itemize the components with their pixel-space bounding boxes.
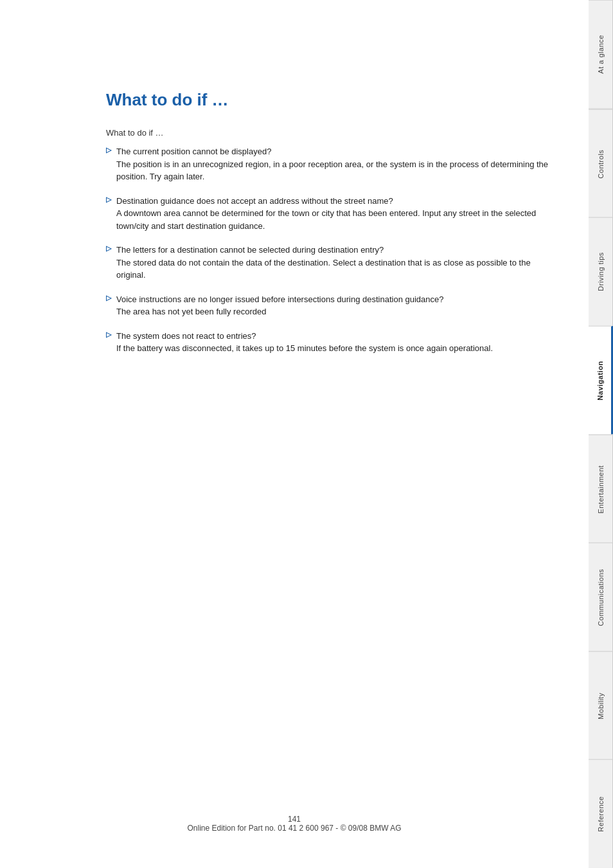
arrow-icon: ▷ xyxy=(106,195,111,204)
item-content-4: The system does not react to entries? If… xyxy=(116,330,550,355)
list-item: ▷ Destination guidance does not accept a… xyxy=(106,195,550,233)
item-content-3: Voice instructions are no longer issued … xyxy=(116,293,550,318)
arrow-icon: ▷ xyxy=(106,146,111,154)
item-content-1: Destination guidance does not accept an … xyxy=(116,195,550,233)
item-answer-4: If the battery was disconnected, it take… xyxy=(116,343,493,353)
sidebar: At a glanceControlsDriving tipsNavigatio… xyxy=(589,0,613,868)
sidebar-tab-communications[interactable]: Communications xyxy=(589,543,613,651)
item-answer-0: The position is in an unrecognized regio… xyxy=(116,159,548,182)
sidebar-tab-mobility[interactable]: Mobility xyxy=(589,651,613,760)
sidebar-tab-navigation[interactable]: Navigation xyxy=(589,326,613,435)
footer-copyright: Online Edition for Part no. 01 41 2 600 … xyxy=(0,824,589,833)
item-question-3: Voice instructions are no longer issued … xyxy=(116,294,444,304)
item-question-1: Destination guidance does not accept an … xyxy=(116,196,393,206)
arrow-icon: ▷ xyxy=(106,244,111,253)
sidebar-tab-at-a-glance[interactable]: At a glance xyxy=(589,0,613,109)
list-item: ▷ The current position cannot be display… xyxy=(106,145,550,183)
item-list: ▷ The current position cannot be display… xyxy=(106,145,550,355)
subtitle: What to do if … xyxy=(106,128,550,138)
list-item: ▷ The system does not react to entries? … xyxy=(106,330,550,355)
arrow-icon: ▷ xyxy=(106,294,111,302)
item-answer-3: The area has not yet been fully recorded xyxy=(116,307,266,316)
item-question-2: The letters for a destination cannot be … xyxy=(116,245,384,255)
arrow-icon: ▷ xyxy=(106,330,111,339)
item-answer-2: The stored data do not contain the data … xyxy=(116,258,531,280)
sidebar-tab-controls[interactable]: Controls xyxy=(589,109,613,218)
sidebar-tab-entertainment[interactable]: Entertainment xyxy=(589,435,613,543)
item-answer-1: A downtown area cannot be determined for… xyxy=(116,208,536,231)
footer-page-number: 141 xyxy=(0,815,589,824)
sidebar-tab-driving-tips[interactable]: Driving tips xyxy=(589,217,613,326)
item-question-4: The system does not react to entries? xyxy=(116,331,256,341)
list-item: ▷ Voice instructions are no longer issue… xyxy=(106,293,550,318)
page-container: What to do if … What to do if … ▷ The cu… xyxy=(0,0,613,868)
list-item: ▷ The letters for a destination cannot b… xyxy=(106,244,550,282)
item-content-0: The current position cannot be displayed… xyxy=(116,145,550,183)
item-content-2: The letters for a destination cannot be … xyxy=(116,244,550,282)
sidebar-tab-reference[interactable]: Reference xyxy=(589,759,613,868)
item-question-0: The current position cannot be displayed… xyxy=(116,147,271,156)
page-title: What to do if … xyxy=(106,90,550,110)
main-content: What to do if … What to do if … ▷ The cu… xyxy=(0,0,589,868)
footer: 141 Online Edition for Part no. 01 41 2 … xyxy=(0,815,589,833)
